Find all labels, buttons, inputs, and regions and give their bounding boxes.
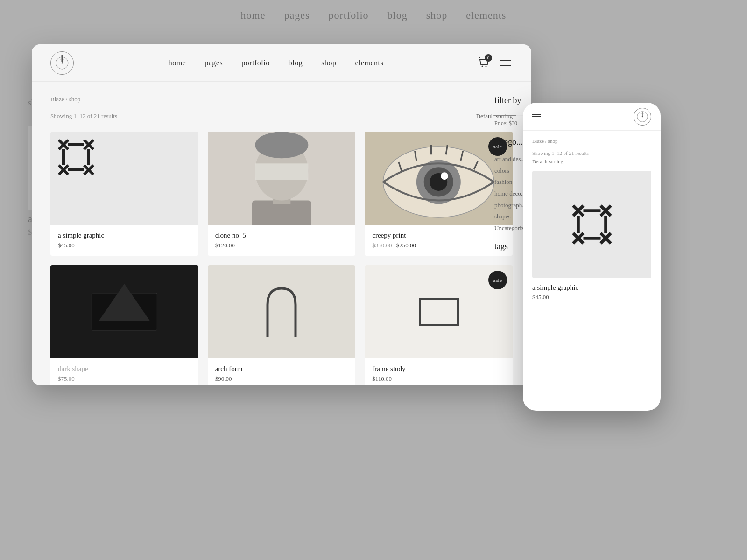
nav-pages[interactable]: pages [204,59,223,67]
person-svg [208,132,356,225]
product-price-6: $110.00 [372,375,505,383]
logo-icon: blaze [55,56,69,70]
filter-title: filter by [494,96,531,105]
desktop-window: blaze home pages portfolio blog shop ele… [32,44,531,385]
mobile-hamburger[interactable] [532,114,541,119]
mobile-product-image[interactable] [532,171,651,278]
product-card-4[interactable]: dark shape $75.00 [50,265,198,385]
dark-graphic-svg [50,265,198,358]
product-name-4: dark shape [58,365,191,373]
product-image-6: sale [365,265,513,358]
product-image-2 [208,132,356,225]
product-info-5: arch form $90.00 [208,358,356,385]
product-name-1: a simple graphic [58,231,191,239]
header-icons: 0 [478,57,513,69]
mobile-product-price: $45.00 [532,294,651,301]
shop-toolbar: Showing 1–12 of 21 results Default sorti… [50,112,513,120]
product-card-5[interactable]: arch form $90.00 [208,265,356,385]
bg-nav-shop: shop [426,9,448,21]
mobile-logo-icon: blaze [636,111,648,123]
graphic-cross-icon [50,132,102,183]
bg-nav-blog: blog [388,9,408,21]
cart-badge: 0 [485,54,492,62]
main-nav: home pages portfolio blog shop elements [169,59,384,67]
mobile-window: blaze Blaze / shop Showing 1–12 of 21 re… [523,103,661,411]
frame-svg [418,297,460,327]
nav-portfolio[interactable]: portfolio [241,59,270,67]
nav-home[interactable]: home [169,59,186,67]
mobile-breadcrumb: Blaze / shop [532,138,651,144]
product-name-5: arch form [215,365,348,373]
product-info-1: a simple graphic $45.00 [50,225,198,256]
product-image-1 [50,132,198,225]
breadcrumb-section: shop [69,96,81,103]
person-graphic [208,132,356,225]
bg-nav: home pages portfolio blog shop elements [241,9,507,21]
svg-point-23 [255,132,308,158]
logo[interactable]: blaze [50,51,74,75]
hamburger-menu[interactable] [499,58,513,68]
svg-text:blaze: blaze [60,59,64,61]
mobile-breadcrumb-section: shop [548,138,558,144]
product-name-2: clone no. 5 [215,231,348,239]
nav-blog[interactable]: blog [289,59,303,67]
product-price-2: $120.00 [215,242,348,249]
svg-rect-22 [255,163,308,180]
mobile-breadcrumb-brand: Blaze [532,138,544,144]
svg-text:blaze: blaze [641,112,645,114]
breadcrumb-separator: / [66,96,69,103]
bg-nav-elements: elements [466,9,506,21]
product-price-5: $90.00 [215,375,348,383]
sale-badge-6: sale [488,271,507,289]
bg-nav-portfolio: portfolio [329,9,369,21]
svg-rect-39 [420,299,458,325]
bg-nav-pages: pages [284,9,310,21]
breadcrumb-brand: Blaze [50,96,64,103]
product-price-3: $350.00 $250.00 [372,242,505,249]
mobile-content: Blaze / shop Showing 1–12 of 21 results … [523,131,661,411]
main-content: Blaze / shop Showing 1–12 of 21 results … [32,82,531,385]
arch-svg [263,286,300,337]
desktop-header: blaze home pages portfolio blog shop ele… [32,44,531,82]
product-name-6: frame study [372,365,505,373]
mobile-logo[interactable]: blaze [634,108,651,126]
product-card-1[interactable]: a simple graphic $45.00 [50,132,198,256]
bg-nav-home: home [241,9,266,21]
product-info-2: clone no. 5 $120.00 [208,225,356,256]
svg-point-4 [481,65,483,67]
results-count: Showing 1–12 of 21 results [50,112,117,120]
breadcrumb: Blaze / shop [50,96,513,103]
nav-shop[interactable]: shop [321,59,336,67]
svg-point-2 [62,62,63,63]
mobile-sorting[interactable]: Default sorting [532,159,651,164]
price-original-3: $350.00 [372,242,392,249]
product-card-6[interactable]: sale frame study $110.00 [365,265,513,385]
nav-elements[interactable]: elements [355,59,383,67]
mobile-graphic-icon [564,196,620,252]
product-info-6: frame study $110.00 [365,358,513,385]
price-sale-3: $250.00 [396,242,416,249]
svg-point-42 [642,116,643,117]
cart-button[interactable]: 0 [478,57,489,69]
product-image-5 [208,265,356,358]
svg-point-29 [441,172,448,180]
product-price-4: $75.00 [58,375,191,383]
products-grid: a simple graphic $45.00 [50,132,513,385]
svg-point-5 [485,65,486,67]
product-price-1: $45.00 [58,242,191,249]
mobile-product-name: a simple graphic [532,284,651,292]
product-card-2[interactable]: clone no. 5 $120.00 [208,132,356,256]
mobile-results: Showing 1–12 of 21 results [532,150,651,156]
product-name-3: creepy print [372,231,505,239]
product-info-4: dark shape $75.00 [50,358,198,385]
mobile-header: blaze [523,103,661,131]
product-image-4 [50,265,198,358]
